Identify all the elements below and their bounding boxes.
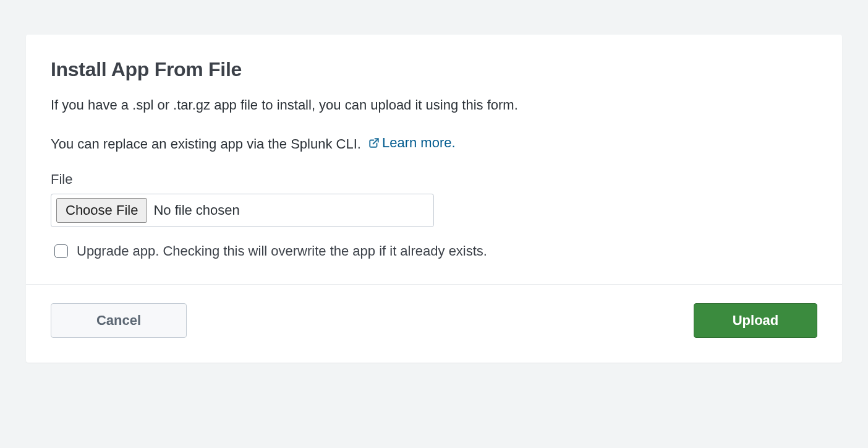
file-status-text: No file chosen <box>153 202 239 218</box>
cancel-button[interactable]: Cancel <box>51 303 187 338</box>
file-input[interactable]: Choose File No file chosen <box>51 194 434 227</box>
card-body: Install App From File If you have a .spl… <box>26 35 842 284</box>
card-footer: Cancel Upload <box>26 284 842 363</box>
choose-file-button[interactable]: Choose File <box>56 198 147 223</box>
description-text: If you have a .spl or .tar.gz app file t… <box>51 95 817 115</box>
external-link-icon <box>368 137 380 149</box>
upgrade-checkbox-row: Upgrade app. Checking this will overwrit… <box>51 243 817 259</box>
learn-more-link[interactable]: Learn more. <box>382 132 456 153</box>
upgrade-checkbox[interactable] <box>54 244 68 258</box>
cli-text: You can replace an existing app via the … <box>51 132 817 154</box>
cli-text-content: You can replace an existing app via the … <box>51 136 365 152</box>
file-label: File <box>51 171 817 187</box>
page-title: Install App From File <box>51 58 817 81</box>
learn-more-wrapper: Learn more. <box>368 132 456 153</box>
install-app-card: Install App From File If you have a .spl… <box>26 35 842 363</box>
upgrade-checkbox-label: Upgrade app. Checking this will overwrit… <box>77 243 487 259</box>
upload-button[interactable]: Upload <box>694 303 817 338</box>
